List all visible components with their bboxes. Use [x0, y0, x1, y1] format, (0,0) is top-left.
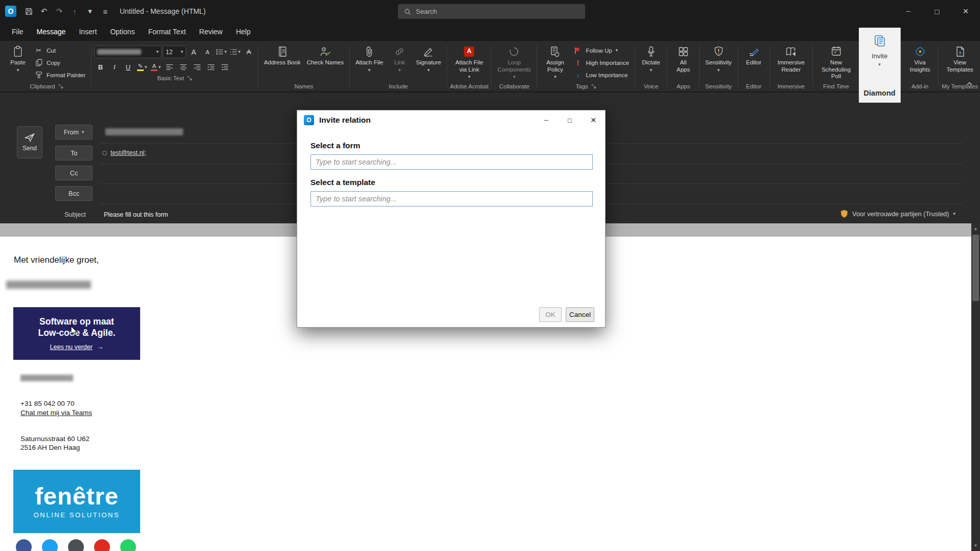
- more-commands-button[interactable]: [83, 4, 97, 18]
- font-size-select[interactable]: 12: [163, 45, 186, 58]
- teams-chat-link[interactable]: Chat met mij via Teams: [20, 409, 92, 417]
- decrease-indent-button[interactable]: [205, 61, 217, 73]
- cancel-button[interactable]: Cancel: [566, 307, 594, 322]
- to-button[interactable]: To: [55, 146, 93, 160]
- menu-insert[interactable]: Insert: [72, 24, 103, 40]
- clear-formatting-button[interactable]: [242, 46, 255, 58]
- menu-format-text[interactable]: Format Text: [142, 24, 193, 40]
- chevron-down-icon: [181, 50, 184, 54]
- banner-cta[interactable]: Lees nu verder: [50, 343, 104, 351]
- trust-badge[interactable]: Voor vertrouwde partijen (Trusted): [840, 210, 955, 218]
- scrollbar-thumb[interactable]: [972, 235, 979, 301]
- twitter-icon[interactable]: [42, 539, 58, 551]
- highlight-color-button[interactable]: [136, 61, 148, 73]
- send-button[interactable]: Send: [17, 126, 42, 158]
- bullets-button[interactable]: [215, 46, 228, 58]
- low-importance-button[interactable]: Low Importance: [570, 70, 632, 80]
- view-templates-button[interactable]: View Templates: [941, 42, 979, 74]
- check-names-icon: [320, 45, 331, 58]
- chevron-down-icon: [398, 68, 401, 73]
- ok-button[interactable]: OK: [539, 307, 562, 322]
- dialog-close-button[interactable]: [582, 110, 605, 130]
- viva-insights-button[interactable]: Viva Insights: [905, 42, 936, 74]
- check-names-button[interactable]: Check Names: [304, 42, 347, 67]
- to-recipient[interactable]: test@test.nl;: [102, 149, 146, 156]
- select-form-input[interactable]: [310, 154, 593, 170]
- signature-button[interactable]: Signature: [413, 42, 444, 74]
- font-name-select[interactable]: [94, 45, 162, 58]
- link-button[interactable]: Link: [386, 42, 413, 74]
- scroll-up-arrow-icon[interactable]: ▲: [971, 224, 980, 233]
- numbering-button[interactable]: [229, 46, 241, 58]
- copy-button[interactable]: Copy: [31, 57, 88, 68]
- undo-button[interactable]: [37, 4, 51, 18]
- cc-button[interactable]: Cc: [55, 166, 93, 180]
- maximize-button[interactable]: [923, 0, 951, 22]
- collapse-ribbon-button[interactable]: [966, 79, 973, 88]
- instagram-icon[interactable]: [68, 539, 84, 551]
- ribbon-group-immersive: Immersive Reader Immersive: [771, 41, 811, 91]
- save-button[interactable]: [21, 4, 36, 18]
- grow-font-button[interactable]: [187, 46, 200, 58]
- vertical-scrollbar[interactable]: ▲ ▼: [971, 223, 980, 551]
- customize-toolbar-button[interactable]: [98, 4, 113, 18]
- paste-button[interactable]: Paste: [5, 42, 31, 74]
- facebook-icon[interactable]: [16, 539, 32, 551]
- clipboard-dialog-launcher-icon[interactable]: [58, 84, 63, 89]
- menu-file[interactable]: File: [5, 24, 30, 40]
- align-center-button[interactable]: [177, 61, 190, 73]
- font-color-button[interactable]: [149, 61, 162, 73]
- select-template-input[interactable]: [310, 191, 593, 206]
- assign-policy-button[interactable]: Assign Policy: [540, 42, 570, 80]
- italic-button[interactable]: [108, 61, 121, 73]
- align-left-button[interactable]: [163, 61, 176, 73]
- dialog-maximize-button[interactable]: [558, 110, 582, 130]
- tags-dialog-launcher-icon[interactable]: [591, 84, 596, 89]
- minimize-button[interactable]: [894, 0, 923, 22]
- format-painter-button[interactable]: Format Painter: [31, 70, 88, 80]
- whatsapp-icon[interactable]: [120, 539, 136, 551]
- align-right-button[interactable]: [191, 61, 204, 73]
- menu-message[interactable]: Message: [30, 24, 73, 40]
- loop-components-button[interactable]: Loop Components: [494, 42, 534, 80]
- from-button[interactable]: From: [55, 125, 93, 140]
- scroll-down-arrow-icon[interactable]: ▼: [971, 541, 980, 550]
- editor-group-label: Editor: [746, 83, 762, 89]
- close-button[interactable]: [951, 0, 980, 22]
- subject-value[interactable]: Please fill out this form: [104, 211, 168, 218]
- address-book-button[interactable]: Address Book: [261, 42, 304, 67]
- bold-button[interactable]: [94, 61, 107, 73]
- sensitivity-button[interactable]: Sensitivity: [702, 42, 735, 74]
- dialog-minimize-button[interactable]: [534, 110, 558, 130]
- align-right-icon: [193, 64, 201, 71]
- attach-file-via-link-button[interactable]: Attach File via Link: [450, 42, 488, 80]
- menu-help[interactable]: Help: [229, 24, 257, 40]
- chevron-down-icon: [468, 75, 471, 79]
- trust-shield-icon: [840, 210, 848, 218]
- move-up-button[interactable]: [68, 4, 82, 18]
- cut-button[interactable]: Cut: [31, 45, 88, 56]
- shrink-font-button[interactable]: [201, 46, 214, 58]
- high-importance-button[interactable]: High Importance: [570, 57, 632, 68]
- align-center-icon: [180, 64, 187, 71]
- redo-button[interactable]: [52, 4, 66, 18]
- increase-indent-button[interactable]: [218, 61, 231, 73]
- menu-options[interactable]: Options: [103, 24, 141, 40]
- bcc-button[interactable]: Bcc: [55, 186, 93, 201]
- editor-button[interactable]: Editor: [741, 42, 767, 67]
- all-apps-button[interactable]: All Apps: [670, 42, 697, 74]
- immersive-reader-button[interactable]: Immersive Reader: [773, 42, 810, 74]
- invite-button[interactable]: Invite: [872, 52, 887, 60]
- new-scheduling-poll-button[interactable]: New Scheduling Poll: [815, 42, 857, 81]
- youtube-icon[interactable]: [94, 539, 110, 551]
- dictate-button[interactable]: Dictate: [638, 42, 664, 74]
- attach-file-button[interactable]: Attach File: [352, 42, 386, 74]
- basic-text-dialog-launcher-icon[interactable]: [187, 76, 192, 81]
- numbering-icon: [230, 49, 237, 55]
- search-box[interactable]: Search: [398, 4, 585, 19]
- follow-up-button[interactable]: Follow Up: [570, 45, 632, 56]
- tags-group-label: Tags: [575, 83, 588, 89]
- underline-button[interactable]: [122, 61, 135, 73]
- menu-review[interactable]: Review: [192, 24, 229, 40]
- paste-label: Paste: [10, 59, 25, 66]
